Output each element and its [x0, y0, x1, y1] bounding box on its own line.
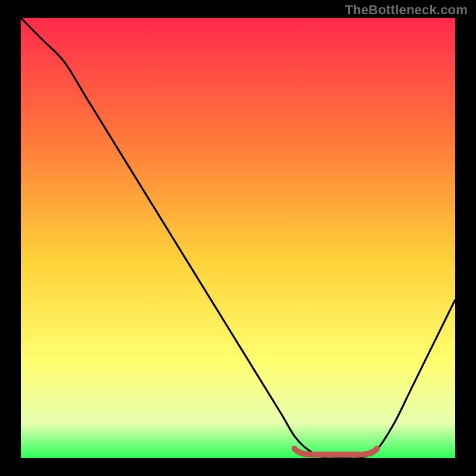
chart-frame: TheBottleneck.com	[0, 0, 476, 476]
bottleneck-chart	[0, 0, 476, 476]
watermark-text: TheBottleneck.com	[345, 2, 468, 18]
plot-area	[21, 18, 455, 458]
